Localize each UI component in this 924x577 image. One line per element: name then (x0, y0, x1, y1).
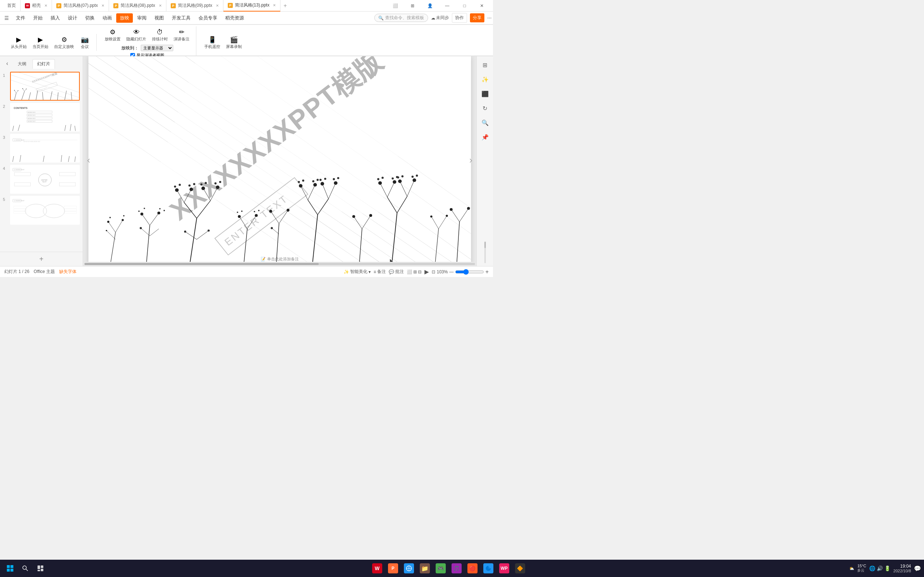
zoom-in-button[interactable]: + (485, 269, 489, 275)
canvas-area: XXXXXXXXPPT模版 ENTER TEXT (83, 56, 477, 266)
slide-thumb-1[interactable]: 1 XXXXXXXXPPT模版 ENTER TEXT (3, 72, 80, 101)
svg-line-162 (362, 215, 371, 229)
svg-line-170 (400, 181, 407, 197)
svg-line-83 (115, 220, 123, 232)
ribbon-btn-phone[interactable]: 📱 手机遥控 (202, 34, 222, 51)
slide-thumb-4[interactable]: 4 ① ENTER TEXT ENTER TEXT (3, 165, 80, 193)
right-panel-btn-6[interactable]: 📌 (479, 131, 491, 143)
slide-thumb-2[interactable]: 2 CONTENTS ENTER TEXT ENTER TEXT ENTER T… (3, 103, 80, 132)
notes-bar[interactable]: 📝 单击此处添加备注 (83, 256, 477, 262)
slide-thumb-5[interactable]: 5 ① ENTER TEXT (3, 196, 80, 225)
svg-point-101 (163, 210, 165, 211)
ribbon-btn-fromstart[interactable]: ▶ 从头开始 (9, 34, 29, 51)
tab-ppt09-close[interactable]: ✕ (216, 3, 219, 8)
ribbon-btn-meeting[interactable]: 📷 会议 (78, 34, 92, 51)
slide-thumb-3[interactable]: 3 ① ENTER TEXT ENTER TEXT HERE ENTER TEX… (3, 134, 80, 163)
slide-img-4[interactable]: ① ENTER TEXT ENTER TEXT (10, 165, 80, 193)
fit-page-button[interactable]: ⊡ (432, 269, 435, 274)
zoom-out-button[interactable]: — (449, 269, 454, 274)
close-button[interactable]: ✕ (473, 0, 490, 11)
tab-ppt09[interactable]: P 简洁风格(09).pptx ✕ (166, 0, 223, 11)
search-box[interactable]: 🔍 查找命令、搜索模板 (374, 14, 428, 22)
tab-ppt08[interactable]: P 简洁风格(08).pptx ✕ (109, 0, 166, 11)
slide-img-5[interactable]: ① ENTER TEXT (10, 196, 80, 225)
right-panel-btn-4[interactable]: ↻ (479, 102, 491, 114)
slide-img-2[interactable]: CONTENTS ENTER TEXT ENTER TEXT ENTER TEX… (10, 103, 80, 132)
ribbon-btn-hideslide[interactable]: 👁 隐藏幻灯片 (124, 26, 149, 43)
tab-ppt13[interactable]: P 简洁风格(13).pptx ✕ (223, 0, 281, 11)
slide-img-1[interactable]: XXXXXXXXPPT模版 ENTER TEXT (10, 72, 80, 101)
horizontal-scrollbar[interactable] (83, 262, 477, 266)
tab-ppt13-close[interactable]: ✕ (273, 3, 276, 7)
reading-view-button[interactable]: ⊟ (418, 269, 422, 274)
tab-slides[interactable]: 幻灯片 (32, 59, 55, 69)
grid-icon[interactable]: ⊞ (404, 0, 421, 11)
share-button[interactable]: 分享 (470, 13, 485, 23)
scroll-left-arrow[interactable] (86, 158, 92, 165)
right-panel-btn-2[interactable]: ✨ (479, 74, 491, 85)
menu-item-design[interactable]: 设计 (64, 13, 81, 23)
menu-item-review[interactable]: 审阅 (134, 13, 150, 23)
svg-point-130 (237, 212, 238, 213)
menu-item-insert[interactable]: 插入 (47, 13, 63, 23)
menu-left: ☰ 文件 开始 插入 设计 切换 动画 放映 审阅 视图 开发工具 会员专享 稻… (2, 13, 247, 23)
add-slide-button[interactable]: + (0, 252, 82, 266)
ribbon-btn-settings[interactable]: ⚙ 放映设置 (102, 26, 123, 43)
menu-item-animation[interactable]: 动画 (99, 13, 115, 23)
ribbon-btn-record[interactable]: 🎬 屏幕录制 (224, 34, 244, 51)
tab-daoke[interactable]: W 稻壳 ✕ (21, 0, 52, 11)
slide-canvas[interactable]: XXXXXXXXPPT模版 ENTER TEXT (89, 56, 471, 266)
vertical-scroll-thumb[interactable] (485, 242, 486, 248)
minimize-button[interactable]: — (439, 0, 456, 11)
menu-item-slideshow[interactable]: 放映 (116, 13, 133, 23)
comments-button[interactable]: 💬 批注 (389, 269, 404, 275)
play-button[interactable]: ▶ (425, 268, 429, 275)
tab-ppt07[interactable]: P 简洁风格(07).pptx ✕ (52, 0, 109, 11)
ribbon-btn-currentpage[interactable]: ▶ 当页开始 (30, 34, 50, 51)
menu-item-view[interactable]: 视图 (151, 13, 168, 23)
svg-point-89 (123, 215, 124, 216)
slide-num-3: 3 (3, 135, 8, 140)
right-panel-btn-1[interactable]: ⊞ (479, 59, 491, 71)
zoom-slider[interactable] (455, 269, 484, 275)
menu-item-devtools[interactable]: 开发工具 (168, 13, 194, 23)
scroll-thumb[interactable] (84, 263, 319, 265)
tab-outline[interactable]: 大纲 (13, 59, 31, 69)
sync-status[interactable]: ☁ 未同步 (431, 15, 449, 21)
tab-ppt07-close[interactable]: ✕ (102, 3, 104, 8)
collaborate-button[interactable]: 协作 (452, 13, 467, 23)
ribbon: ▶ 从头开始 ▶ 当页开始 ⚙ 自定义放映 📷 会议 (0, 24, 493, 56)
right-panel-btn-3[interactable]: ⬛ (479, 88, 491, 100)
menu-item-file[interactable]: 文件 (12, 13, 29, 23)
notes-button[interactable]: ≡ 备注 (373, 269, 386, 275)
menu-toggle-button[interactable]: ☰ (2, 13, 11, 23)
layout-icon[interactable]: ⬜ (387, 0, 404, 11)
ribbon-btn-custom[interactable]: ⚙ 自定义放映 (52, 34, 76, 51)
vertical-scrollbar[interactable] (485, 242, 486, 263)
menu-item-daoke[interactable]: 稻壳资源 (221, 13, 247, 23)
slide-img-3[interactable]: ① ENTER TEXT ENTER TEXT HERE ENTER TEXT (10, 134, 80, 163)
tab-daoke-close[interactable]: ✕ (44, 3, 47, 8)
missing-font-button[interactable]: 缺失字体 (59, 269, 76, 275)
window-controls: ⬜ ⊞ 👤 — □ ✕ (387, 0, 490, 11)
svg-point-95 (141, 213, 143, 216)
menu-item-transition[interactable]: 切换 (82, 13, 98, 23)
playto-select[interactable]: 主要显示器 (141, 45, 173, 51)
normal-view-button[interactable]: ⬜ (407, 269, 412, 274)
ribbon-btn-notes[interactable]: ✏ 演讲备注 (171, 26, 192, 43)
new-tab-button[interactable]: + (281, 3, 289, 9)
ribbon-btn-rehearse[interactable]: ⏱ 排练计时 (150, 26, 170, 43)
slide-sorter-button[interactable]: ⊞ (413, 269, 417, 274)
smart-beauty-button[interactable]: ✨ 智能美化 ▾ (344, 269, 371, 275)
user-avatar[interactable]: 👤 (422, 0, 438, 11)
right-panel-btn-5[interactable]: 🔍 (479, 117, 491, 128)
maximize-button[interactable]: □ (456, 0, 473, 11)
scroll-right-arrow[interactable] (468, 158, 473, 165)
more-menu-button[interactable]: ⋯ (487, 16, 492, 21)
menu-item-start[interactable]: 开始 (30, 13, 46, 23)
tab-ppt08-close[interactable]: ✕ (159, 3, 162, 8)
tab-home[interactable]: 首页 (3, 0, 21, 11)
sidebar-toggle-button[interactable]: ‹ (3, 59, 11, 68)
menu-item-member[interactable]: 会员专享 (195, 13, 221, 23)
scroll-track (84, 263, 475, 265)
